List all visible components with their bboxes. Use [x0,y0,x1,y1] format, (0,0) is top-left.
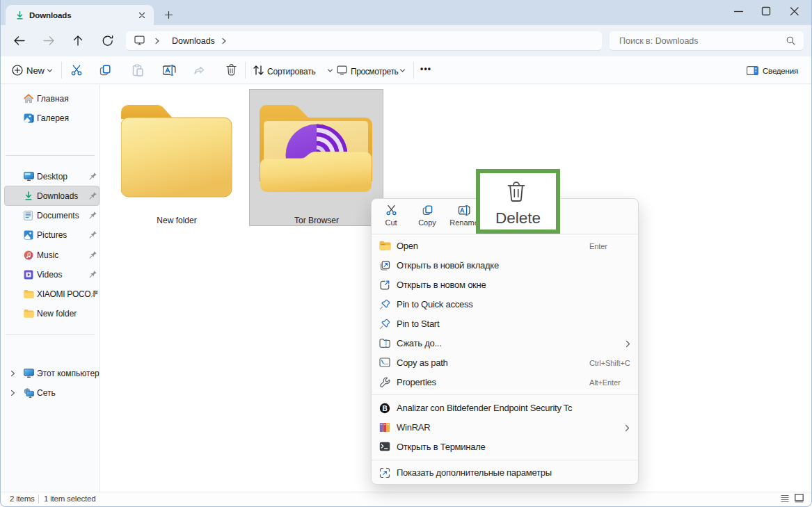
svg-text:B: B [382,404,387,412]
